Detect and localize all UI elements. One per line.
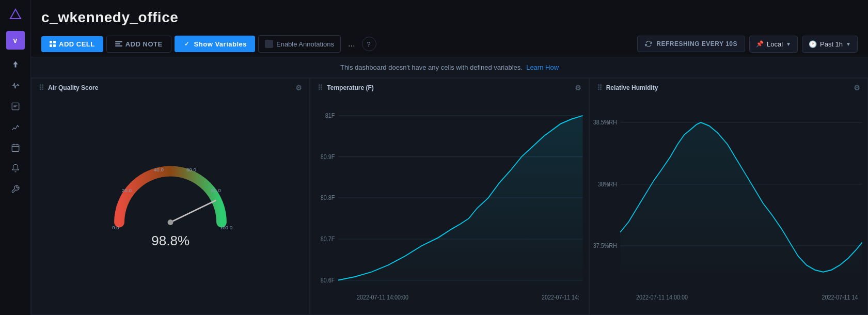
add-cell-icon [50, 41, 56, 47]
show-variables-label: Show Variables [194, 40, 247, 48]
humidity-chart: 38.5%RH 38%RH 37.5%RH 2022-07-11 14:00:0… [590, 95, 867, 314]
humidity-panel-header-left: ⠿ Relative Humidity [597, 84, 658, 92]
svg-text:2022-07-11 14:00:00: 2022-07-11 14:00:00 [357, 293, 408, 301]
add-cell-button[interactable]: ADD CELL [41, 36, 103, 52]
sidebar-item-upload[interactable] [6, 56, 25, 74]
air-quality-title: Air Quality Score [48, 84, 98, 91]
sidebar: v [0, 0, 31, 315]
user-avatar[interactable]: v [6, 31, 25, 50]
svg-point-16 [168, 219, 173, 225]
note-icon [115, 41, 122, 46]
temperature-panel: ⠿ Temperature (F) ⚙ [310, 78, 589, 315]
svg-rect-4 [12, 145, 19, 152]
app-logo[interactable] [6, 5, 25, 24]
svg-line-15 [170, 200, 215, 222]
svg-text:2022-07-11 14:: 2022-07-11 14: [542, 293, 579, 301]
toolbar-right: REFRESHING EVERY 10S 📌 Local ▼ 🕐 Past 1h… [637, 36, 858, 53]
air-quality-panel: ⠿ Air Quality Score ⚙ [31, 78, 310, 315]
temperature-chart: 81F 80.9F 80.8F 80.7F 80.6F 2022-07-11 1… [310, 95, 588, 314]
svg-text:38.5%RH: 38.5%RH [593, 118, 617, 126]
svg-text:100.0: 100.0 [220, 225, 233, 230]
temp-drag-handle-icon: ⠿ [318, 84, 323, 92]
help-button[interactable]: ? [362, 37, 376, 51]
drag-handle-icon: ⠿ [39, 84, 44, 92]
temperature-panel-header: ⠿ Temperature (F) ⚙ [310, 78, 588, 95]
svg-text:80.8F: 80.8F [321, 194, 335, 201]
svg-text:0.0: 0.0 [112, 225, 119, 230]
timezone-caret: ▼ [786, 41, 791, 47]
timerange-label: Past 1h [820, 40, 843, 48]
refresh-icon [645, 40, 652, 48]
air-quality-content: 0.0 20.0 40.0 60.0 80.0 100.0 98.8% [31, 95, 309, 314]
timezone-dropdown[interactable]: 📌 Local ▼ [749, 36, 798, 53]
temperature-settings-icon[interactable]: ⚙ [575, 84, 581, 92]
add-note-button[interactable]: ADD NOTE [106, 36, 171, 53]
air-quality-panel-header: ⠿ Air Quality Score ⚙ [31, 78, 309, 95]
sidebar-item-edit[interactable] [6, 97, 25, 116]
svg-text:37.5%RH: 37.5%RH [593, 242, 617, 249]
refresh-label: REFRESHING EVERY 10S [656, 40, 737, 48]
sidebar-item-calendar[interactable] [6, 138, 25, 157]
humidity-content: 38.5%RH 38%RH 37.5%RH 2022-07-11 14:00:0… [590, 95, 867, 314]
svg-marker-27 [338, 116, 583, 291]
sidebar-item-chart[interactable] [6, 118, 25, 136]
svg-text:80.7F: 80.7F [321, 235, 335, 243]
svg-text:2022-07-11 14:00:00: 2022-07-11 14:00:00 [636, 293, 688, 301]
svg-text:81F: 81F [325, 112, 335, 119]
gauge-value: 98.8% [151, 233, 190, 249]
air-quality-settings-icon[interactable]: ⚙ [295, 84, 302, 92]
show-variables-checkbox [183, 40, 191, 48]
refresh-button[interactable]: REFRESHING EVERY 10S [637, 36, 745, 52]
humidity-drag-handle-icon: ⠿ [597, 84, 602, 92]
sidebar-item-wrench[interactable] [6, 180, 25, 198]
temperature-title: Temperature (F) [327, 84, 373, 91]
gauge-container: 0.0 20.0 40.0 60.0 80.0 100.0 98.8% [31, 95, 309, 314]
variables-message: This dashboard doesn't have any cells wi… [340, 64, 523, 71]
add-cell-label: ADD CELL [59, 40, 95, 48]
panel-header-left: ⠿ Air Quality Score [39, 84, 98, 92]
svg-marker-36 [620, 122, 862, 280]
add-note-label: ADD NOTE [125, 40, 163, 48]
sidebar-item-pulse[interactable] [6, 76, 25, 95]
svg-text:38%RH: 38%RH [597, 180, 617, 188]
pin-icon: 📌 [756, 40, 764, 48]
svg-rect-1 [12, 103, 19, 110]
toolbar: ADD CELL ADD NOTE Show Variables Enable … [31, 31, 868, 57]
temperature-content: 81F 80.9F 80.8F 80.7F 80.6F 2022-07-11 1… [310, 95, 588, 314]
sidebar-item-bell[interactable] [6, 159, 25, 178]
enable-annotations-label: Enable Annotations [276, 40, 334, 48]
timezone-label: Local [767, 40, 783, 48]
svg-marker-0 [10, 9, 21, 19]
humidity-settings-icon[interactable]: ⚙ [854, 84, 860, 92]
svg-text:80.6F: 80.6F [321, 276, 335, 284]
annotations-checkbox [265, 40, 273, 48]
page-title: c_wkennedy_office [41, 9, 858, 26]
svg-text:80.9F: 80.9F [321, 152, 335, 160]
dashboard-grid: ⠿ Air Quality Score ⚙ [31, 78, 868, 315]
humidity-panel: ⠿ Relative Humidity ⚙ [589, 78, 868, 315]
gauge-svg: 0.0 20.0 40.0 60.0 80.0 100.0 [98, 150, 243, 243]
clock-icon: 🕐 [809, 40, 817, 48]
main-content: c_wkennedy_office ADD CELL ADD NOTE Show… [31, 0, 868, 315]
timerange-dropdown[interactable]: 🕐 Past 1h ▼ [802, 36, 858, 53]
svg-text:80.0: 80.0 [211, 187, 222, 193]
svg-text:20.0: 20.0 [122, 187, 132, 193]
humidity-panel-header: ⠿ Relative Humidity ⚙ [590, 78, 867, 95]
more-button[interactable]: ... [344, 35, 359, 53]
enable-annotations-button[interactable]: Enable Annotations [258, 35, 341, 53]
timerange-caret: ▼ [846, 41, 851, 47]
toolbar-left: ADD CELL ADD NOTE Show Variables Enable … [41, 35, 634, 53]
variables-bar: This dashboard doesn't have any cells wi… [31, 57, 868, 78]
humidity-title: Relative Humidity [606, 84, 658, 91]
svg-text:40.0: 40.0 [154, 167, 164, 172]
learn-how-link[interactable]: Learn How [526, 64, 559, 71]
svg-text:60.0: 60.0 [186, 167, 197, 172]
show-variables-button[interactable]: Show Variables [175, 36, 255, 52]
temp-panel-header-left: ⠿ Temperature (F) [318, 84, 373, 92]
page-header: c_wkennedy_office [31, 0, 868, 31]
svg-text:2022-07-11 14: 2022-07-11 14 [822, 293, 858, 301]
